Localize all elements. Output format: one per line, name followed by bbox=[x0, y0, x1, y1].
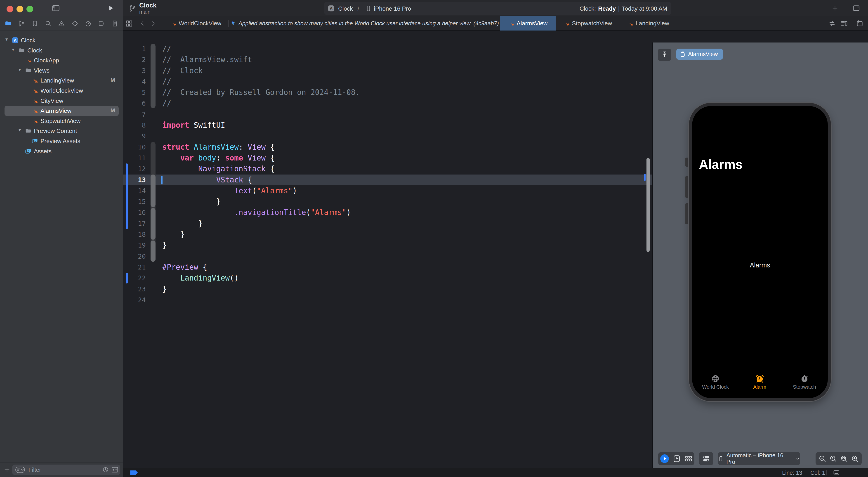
tree-row-preview-content[interactable]: ▾Preview Content bbox=[0, 126, 123, 136]
line-number[interactable]: 23 bbox=[123, 284, 146, 295]
tab-alarmsview[interactable]: AlarmsView bbox=[500, 16, 556, 31]
line-number[interactable]: 21 bbox=[123, 262, 146, 273]
line-number[interactable]: 11 bbox=[123, 153, 146, 163]
line-number[interactable]: 5 bbox=[123, 87, 146, 98]
close-window-button[interactable] bbox=[6, 6, 13, 12]
zoom-out-icon[interactable] bbox=[818, 455, 826, 463]
zoom-window-button[interactable] bbox=[26, 6, 33, 12]
disclosure-chevron-icon[interactable]: ▾ bbox=[19, 127, 21, 133]
forward-icon[interactable] bbox=[150, 20, 156, 27]
navigator-tab-project-folder-icon[interactable] bbox=[4, 20, 12, 27]
phone-tab-stopwatch[interactable]: Stopwatch bbox=[787, 374, 822, 390]
disclosure-chevron-icon[interactable]: ▾ bbox=[12, 47, 14, 52]
run-button[interactable] bbox=[107, 4, 115, 12]
code-line[interactable] bbox=[162, 295, 360, 305]
code-line[interactable]: import SwiftUI bbox=[162, 120, 360, 131]
navigator-tab-source-control-icon[interactable] bbox=[18, 20, 25, 27]
filter-options-icon[interactable] bbox=[15, 466, 25, 473]
code-line[interactable]: struct AlarmsView: View { bbox=[162, 142, 360, 153]
code-line[interactable]: LandingView() bbox=[162, 273, 360, 284]
zoom-100-icon[interactable] bbox=[829, 455, 837, 463]
code-text[interactable]: //// AlarmsView.swift// Clock//// Create… bbox=[162, 43, 360, 305]
line-number[interactable]: 18 bbox=[123, 229, 146, 240]
code-line[interactable] bbox=[162, 131, 360, 142]
fold-handle[interactable] bbox=[151, 175, 156, 207]
line-number[interactable]: 15 bbox=[123, 196, 146, 207]
line-number[interactable]: 12 bbox=[123, 163, 146, 174]
code-line[interactable]: } bbox=[162, 218, 360, 229]
toggle-inspector-icon[interactable] bbox=[851, 4, 861, 12]
fold-handle[interactable] bbox=[151, 208, 156, 240]
line-number[interactable]: 1 bbox=[123, 43, 146, 54]
code-line[interactable]: // Clock bbox=[162, 65, 360, 76]
phone-tab-alarm[interactable]: Alarm bbox=[743, 374, 777, 390]
code-line[interactable]: // Created by Russell Gordon on 2024-11-… bbox=[162, 87, 360, 98]
code-line[interactable]: // bbox=[162, 76, 360, 87]
line-number[interactable]: 2 bbox=[123, 54, 146, 65]
tree-row-cityview[interactable]: CityView bbox=[0, 96, 123, 106]
tree-row-clockapp[interactable]: ClockApp bbox=[0, 55, 123, 65]
tree-row-clock[interactable]: ▾AClock bbox=[0, 35, 123, 46]
navigator-tab-reports-icon[interactable] bbox=[111, 20, 119, 27]
device-settings-icon[interactable] bbox=[702, 455, 710, 463]
code-line[interactable] bbox=[162, 109, 360, 120]
fold-handle[interactable] bbox=[151, 241, 156, 262]
selectable-mode-icon[interactable] bbox=[673, 455, 681, 463]
pin-preview-button[interactable] bbox=[658, 49, 671, 61]
line-number[interactable]: 3 bbox=[123, 65, 146, 76]
navigator-tab-search-icon[interactable] bbox=[44, 20, 52, 27]
tree-row-views[interactable]: ▾Views bbox=[0, 65, 123, 76]
variants-mode-icon[interactable] bbox=[685, 455, 692, 463]
swap-editor-icon[interactable] bbox=[828, 20, 836, 27]
minimap-icon[interactable] bbox=[840, 20, 848, 27]
editor-grid-icon[interactable] bbox=[125, 20, 133, 27]
code-line[interactable]: #Preview { bbox=[162, 262, 360, 273]
disclosure-chevron-icon[interactable]: ▾ bbox=[5, 37, 8, 42]
recent-files-icon[interactable] bbox=[102, 466, 109, 473]
line-number[interactable]: 19 bbox=[123, 240, 146, 251]
preview-view-tab[interactable]: AlarmsView bbox=[676, 49, 723, 60]
code-line[interactable]: // bbox=[162, 43, 360, 54]
source-editor[interactable]: 123456789101112131415161718192021222324 … bbox=[123, 42, 652, 468]
breakpoint-tag-icon[interactable] bbox=[130, 470, 138, 476]
navigator-tab-issues-icon[interactable] bbox=[58, 20, 65, 27]
tree-row-landingview[interactable]: LandingViewM bbox=[0, 76, 123, 86]
filter-input[interactable]: Filter bbox=[12, 465, 120, 475]
line-number[interactable]: 9 bbox=[123, 131, 146, 142]
zoom-in-icon[interactable] bbox=[851, 455, 859, 463]
disclosure-chevron-icon[interactable]: ▾ bbox=[19, 67, 21, 72]
tab-stopwatchview[interactable]: StopwatchView bbox=[556, 16, 620, 31]
scheme-project[interactable]: Clock bbox=[338, 5, 353, 12]
navigator-tab-bookmarks-icon[interactable] bbox=[31, 20, 38, 27]
line-number[interactable]: 10 bbox=[123, 142, 146, 153]
code-line[interactable]: var body: some View { bbox=[162, 153, 360, 163]
code-line[interactable]: // AlarmsView.swift bbox=[162, 54, 360, 65]
code-line[interactable]: VStack { bbox=[162, 175, 360, 185]
tree-row-stopwatchview[interactable]: StopwatchView bbox=[0, 116, 123, 126]
tree-row-clock[interactable]: ▾Clock bbox=[0, 46, 123, 56]
iphone-preview[interactable]: Alarms Alarms World ClockAlarmStopwatch bbox=[689, 103, 831, 401]
line-number[interactable]: 4 bbox=[123, 76, 146, 87]
source-control-status-icon[interactable] bbox=[111, 466, 119, 473]
tab-worldclockview[interactable]: WorldClockView bbox=[163, 16, 228, 31]
tree-row-alarmsview[interactable]: AlarmsViewM bbox=[0, 106, 123, 116]
code-line[interactable] bbox=[162, 251, 360, 262]
tab-landingview[interactable]: LandingView bbox=[620, 16, 676, 31]
line-number[interactable]: 7 bbox=[123, 109, 146, 120]
line-number[interactable]: 8 bbox=[123, 120, 146, 131]
line-number[interactable]: 6 bbox=[123, 98, 146, 109]
minimize-window-button[interactable] bbox=[17, 6, 23, 12]
add-item-icon[interactable] bbox=[831, 4, 839, 12]
line-number[interactable]: 20 bbox=[123, 251, 146, 262]
code-line[interactable]: NavigationStack { bbox=[162, 163, 360, 174]
line-number[interactable]: 17 bbox=[123, 218, 146, 229]
toggle-navigator-icon[interactable] bbox=[51, 4, 61, 12]
activity-view[interactable]: A Clock ⟩ iPhone 16 Pro Clock: Ready | T… bbox=[324, 2, 671, 15]
code-line[interactable]: } bbox=[162, 284, 360, 295]
zoom-fit-icon[interactable] bbox=[840, 455, 848, 463]
code-line[interactable]: } bbox=[162, 229, 360, 240]
code-line[interactable]: Text("Alarms") bbox=[162, 185, 360, 196]
code-line[interactable]: } bbox=[162, 240, 360, 251]
line-number[interactable]: 16 bbox=[123, 207, 146, 218]
editor-scrollbar[interactable] bbox=[647, 158, 650, 252]
